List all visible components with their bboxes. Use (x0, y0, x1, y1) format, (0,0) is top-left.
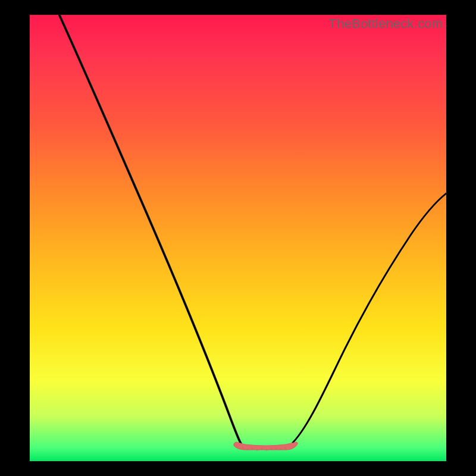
plot-area: TheBottleneck.com (30, 15, 446, 461)
chart-svg (30, 15, 446, 461)
svg-point-2 (252, 448, 253, 450)
v-curve-left-primary (59, 15, 241, 444)
valley-bottom-band (234, 442, 298, 450)
svg-point-4 (261, 449, 263, 450)
svg-point-0 (242, 447, 244, 449)
chart-frame: TheBottleneck.com (0, 0, 476, 476)
svg-point-5 (266, 449, 268, 451)
svg-point-9 (285, 447, 287, 449)
svg-point-6 (271, 449, 273, 450)
svg-point-3 (256, 449, 258, 451)
svg-point-7 (275, 448, 277, 450)
v-curve-right-secondary (293, 193, 447, 443)
svg-point-8 (280, 449, 282, 450)
v-curve-right-primary (292, 193, 446, 443)
svg-point-1 (247, 449, 249, 450)
